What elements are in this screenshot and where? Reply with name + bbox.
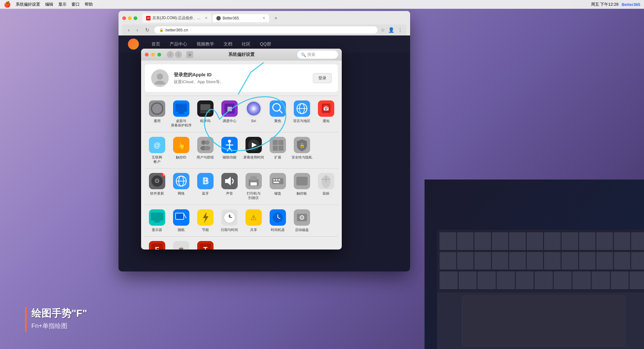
kb-key	[497, 271, 515, 290]
menu-item-syspref[interactable]: 系统偏好设置	[16, 2, 40, 7]
traffic-lights	[122, 16, 137, 20]
icon-language[interactable]: 语言与地区	[290, 97, 314, 131]
syspref-minimize[interactable]	[151, 53, 155, 56]
kb-key	[509, 232, 526, 251]
site-nav-docs[interactable]: 文档	[224, 41, 232, 47]
icon-label-screentime: 屏幕使用时间	[243, 155, 264, 159]
site-nav-home[interactable]: 首页	[151, 41, 160, 47]
syspref-forward[interactable]: ›	[175, 51, 182, 58]
icon-accessibility[interactable]: 辅助功能	[217, 134, 241, 167]
menu-item-window[interactable]: 窗口	[71, 2, 80, 7]
icon-sound[interactable]: 声音	[217, 170, 241, 203]
icon-focus[interactable]: ▦ 调度中心	[217, 97, 241, 131]
site-nav-video[interactable]: 视频教学	[197, 41, 214, 47]
icon-sharing[interactable]: ⚠ 共享	[241, 206, 266, 235]
icon-internet[interactable]: @ 互联网 帐户	[145, 134, 169, 167]
icon-trackpad[interactable]: 触控板	[290, 170, 314, 203]
touchpad[interactable]	[462, 296, 625, 346]
icon-bluetooth[interactable]: 𝔹 蓝牙	[193, 170, 217, 203]
svg-text:⚙: ⚙	[154, 177, 160, 184]
icon-energy[interactable]: 节能	[193, 206, 217, 235]
apple-id-avatar	[151, 69, 169, 87]
menu-item-edit[interactable]: 编辑	[45, 2, 53, 7]
apple-menu[interactable]: 🍎	[4, 1, 11, 8]
kb-key	[509, 252, 526, 271]
icon-airplay[interactable]: 随航	[169, 206, 193, 235]
icon-startup[interactable]: 启动磁盘	[290, 206, 314, 235]
icon-users[interactable]: 用户与群组	[193, 134, 217, 167]
syspref-maximize[interactable]	[157, 53, 161, 56]
icon-software[interactable]: ⚙ 1 软件更新	[145, 170, 169, 203]
svg-rect-5	[179, 112, 184, 113]
svg-rect-4	[176, 104, 187, 112]
icon-network[interactable]: 网络	[169, 170, 193, 203]
icon-print[interactable]: 打印机与 扫描仪	[241, 170, 266, 203]
syspref-window: ‹ › ⊞ 系统偏好设置 🔍 搜索 登录您的Apple ID 设置iCloud、…	[141, 49, 342, 250]
icon-flash[interactable]: F Flash Player	[145, 238, 169, 250]
site-nav-products[interactable]: 产品中心	[170, 41, 187, 47]
kb-key	[492, 252, 509, 271]
icon-desktop[interactable]: 桌面与 屏幕保护程序	[169, 97, 193, 131]
back-button[interactable]: ‹	[126, 27, 131, 34]
maximize-button[interactable]	[134, 16, 137, 20]
syspref-grid-view[interactable]: ⊞	[186, 51, 193, 58]
svg-rect-6	[177, 113, 185, 114]
apple-id-title: 登录您的Apple ID	[174, 72, 308, 78]
icon-siri[interactable]: Siri	[241, 97, 266, 131]
site-nav-community[interactable]: 社区	[242, 41, 251, 47]
svg-rect-50	[278, 179, 280, 180]
icon-java[interactable]: ☕ Java	[169, 238, 193, 250]
tab-close-jd[interactable]: ✕	[205, 16, 208, 20]
icon-label-keyboard: 键盘	[274, 191, 281, 196]
bookmark-icon[interactable]: ☆	[381, 27, 385, 33]
kb-key	[478, 271, 496, 290]
tab-jd[interactable]: JD 京东(JD.COM)-正品低价、品质 ✕	[142, 13, 211, 23]
svg-text:▦: ▦	[227, 105, 232, 112]
address-field[interactable]: 🔒 better365.cn	[154, 26, 377, 34]
minimize-button[interactable]	[128, 16, 132, 20]
apple-id-login-button[interactable]: 登录	[313, 73, 332, 83]
menu-item-help[interactable]: 帮助	[85, 2, 93, 7]
laptop-keyboard	[437, 230, 644, 349]
icon-keyboard[interactable]: 键盘	[266, 170, 290, 203]
icon-displays[interactable]: 显示器	[145, 206, 169, 235]
refresh-button[interactable]: ↻	[143, 26, 151, 34]
icon-tuxera[interactable]: T Tuxera NTFS	[193, 238, 217, 250]
icon-label-touchid: 触控ID	[176, 155, 186, 159]
icon-notifications[interactable]: 📅 通知	[314, 97, 338, 131]
syspref-close[interactable]	[145, 53, 149, 56]
forward-button[interactable]: ›	[135, 27, 140, 34]
tab-close-better365[interactable]: ✕	[262, 16, 265, 20]
icon-screentime[interactable]: 屏幕使用时间	[241, 134, 266, 167]
menu-icon[interactable]: ⋮	[398, 27, 403, 33]
svg-line-60	[184, 214, 186, 218]
icon-timemachine[interactable]: 时间机器	[266, 206, 290, 235]
tab-better365[interactable]: Better365 ✕	[213, 14, 269, 22]
svg-rect-57	[155, 221, 160, 222]
annotation-subtitle: Fn+单指绘图	[31, 322, 87, 330]
site-nav-qq[interactable]: QQ群	[260, 41, 271, 47]
icons-row-2: @ 互联网 帐户 👆 触控ID	[141, 132, 342, 169]
profile-icon[interactable]: 👤	[388, 27, 394, 33]
syspref-back[interactable]: ‹	[167, 51, 174, 58]
syspref-search[interactable]: 🔍 搜索	[297, 51, 338, 59]
svg-rect-32	[273, 140, 278, 145]
icon-extensions[interactable]: 扩展	[266, 134, 290, 167]
kb-key	[562, 252, 578, 271]
new-tab-button[interactable]: +	[272, 14, 280, 23]
icon-mission[interactable]: 程序坞	[193, 97, 217, 131]
kb-key	[631, 252, 644, 271]
icon-mouse[interactable]: 鼠标	[314, 170, 338, 203]
icon-spotlight[interactable]: 聚焦	[266, 97, 290, 131]
menu-item-display[interactable]: 显示	[58, 2, 66, 7]
close-button[interactable]	[122, 16, 126, 20]
icon-general[interactable]: 通用	[145, 97, 169, 131]
search-placeholder: 搜索	[307, 52, 315, 57]
menu-bar: 🍎 系统偏好设置 编辑 显示 窗口 帮助 周五 下午12:28 Better36…	[0, 0, 644, 9]
bottom-overlay: 绘图手势"F" Fn+单指绘图	[25, 307, 87, 330]
icon-touchid[interactable]: 👆 触控ID	[169, 134, 193, 167]
icon-security[interactable]: 🔒 安全性与隐私	[290, 134, 314, 167]
menu-bar-better365[interactable]: Better365	[622, 2, 640, 7]
icon-datetime[interactable]: 18 日期与时间	[217, 206, 241, 235]
kb-key	[457, 252, 474, 271]
